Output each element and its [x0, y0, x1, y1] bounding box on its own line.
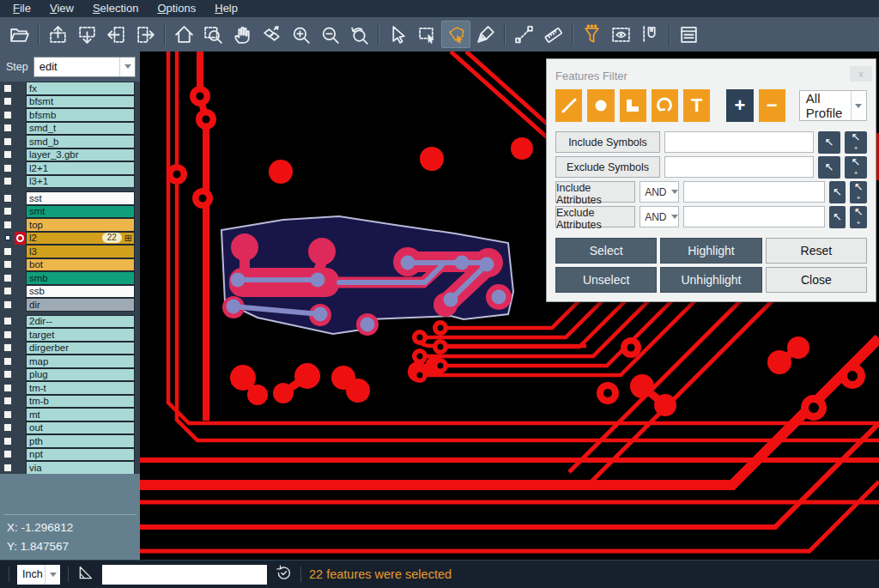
menu-file[interactable]: File: [3, 0, 40, 17]
pan-hand-icon[interactable]: [227, 21, 257, 48]
select-brush-icon[interactable]: [470, 21, 500, 48]
menu-options[interactable]: Options: [148, 0, 205, 17]
close-icon[interactable]: x: [850, 66, 872, 82]
layer-row[interactable]: layer_3.gbr: [0, 149, 140, 162]
snap-angle-icon[interactable]: [76, 564, 94, 585]
include-logic-select[interactable]: AND: [640, 181, 678, 203]
reset-button[interactable]: Reset: [766, 238, 867, 264]
measure-ruler-icon[interactable]: [538, 21, 567, 48]
menu-help[interactable]: Help: [205, 0, 247, 17]
exclude-attributes-input[interactable]: [683, 206, 825, 227]
pick-add-symbol-button[interactable]: ↖+: [845, 156, 867, 179]
pick-attribute-button[interactable]: ↖: [829, 181, 846, 203]
zoom-window-icon[interactable]: [198, 21, 227, 48]
chevron-down-icon[interactable]: [45, 565, 60, 585]
layer-checkbox[interactable]: [3, 300, 12, 309]
layer-panel-icon[interactable]: [674, 21, 703, 48]
select-pointer-icon[interactable]: [383, 21, 412, 48]
profile-select[interactable]: All Profile: [799, 90, 867, 121]
layer-checkbox[interactable]: [3, 137, 12, 146]
layer-row[interactable]: ssb: [0, 285, 140, 299]
layer-checkbox[interactable]: [3, 177, 12, 185]
line-type-button[interactable]: [555, 89, 582, 122]
include-attributes-input[interactable]: [683, 181, 825, 203]
zoom-selection-icon[interactable]: [257, 21, 286, 48]
layer-row[interactable]: smb: [0, 271, 140, 285]
load-left-icon[interactable]: [101, 21, 130, 48]
unhighlight-button[interactable]: Unhighlight: [660, 267, 761, 293]
layer-checkbox[interactable]: [3, 150, 12, 159]
load-top-icon[interactable]: [43, 21, 72, 48]
layer-row[interactable]: l3+1: [0, 175, 140, 189]
select-polygon-icon[interactable]: [441, 21, 470, 48]
remove-filter-button[interactable]: −: [759, 89, 785, 122]
layer-checkbox[interactable]: [3, 274, 12, 282]
include-symbols-input[interactable]: [664, 131, 814, 153]
unselect-button[interactable]: Unselect: [555, 267, 657, 293]
sync-icon[interactable]: [275, 564, 293, 585]
layer-checkbox[interactable]: [3, 464, 12, 472]
layer-row[interactable]: mt: [0, 408, 140, 421]
select-button[interactable]: Select: [555, 238, 657, 264]
layer-row[interactable]: sst: [0, 191, 140, 205]
layer-row[interactable]: fx: [0, 82, 140, 95]
exclude-symbols-button[interactable]: Exclude Symbols: [555, 156, 660, 178]
pick-symbol-button[interactable]: ↖: [818, 156, 840, 179]
exclude-attributes-button[interactable]: Exclude Attributes: [555, 206, 635, 227]
snap-magnet-icon[interactable]: [635, 21, 664, 48]
show-selection-icon[interactable]: [606, 21, 635, 48]
layer-checkbox[interactable]: [3, 437, 12, 446]
pick-add-attribute-button[interactable]: ↖+: [850, 206, 867, 228]
units-select[interactable]: Inch: [17, 565, 60, 585]
layer-checkbox[interactable]: [3, 410, 12, 419]
layer-row[interactable]: plug: [0, 368, 140, 382]
layer-checkbox-checked[interactable]: [3, 233, 12, 242]
layer-checkbox[interactable]: [3, 164, 12, 173]
layer-row[interactable]: smd_t: [0, 122, 140, 136]
layer-row[interactable]: tm-t: [0, 381, 140, 395]
layer-row[interactable]: pth: [0, 434, 140, 448]
menu-selection[interactable]: Selection: [83, 0, 148, 17]
layer-checkbox[interactable]: [3, 207, 12, 215]
layer-row[interactable]: top: [0, 218, 140, 232]
pad-type-button[interactable]: [587, 89, 614, 122]
pick-attribute-button[interactable]: ↖: [829, 206, 846, 228]
layer-checkbox[interactable]: [3, 247, 12, 256]
chevron-down-icon[interactable]: [851, 91, 866, 120]
layer-row[interactable]: bfsmb: [0, 108, 140, 122]
layer-row[interactable]: via: [0, 461, 140, 475]
zoom-previous-icon[interactable]: [344, 21, 373, 48]
surface-type-button[interactable]: [620, 89, 646, 122]
exclude-symbols-input[interactable]: [664, 156, 814, 178]
home-view-icon[interactable]: [169, 21, 198, 48]
pick-symbol-button[interactable]: ↖: [818, 131, 840, 154]
layer-checkbox[interactable]: [3, 397, 12, 405]
layer-row[interactable]: bot: [0, 258, 140, 272]
include-attributes-button[interactable]: Include Attributes: [555, 181, 635, 203]
load-bottom-icon[interactable]: [72, 21, 101, 48]
grid-icon[interactable]: ⊞: [124, 233, 132, 242]
layer-row[interactable]: bfsmt: [0, 95, 140, 109]
highlight-button[interactable]: Highlight: [660, 238, 761, 264]
add-filter-button[interactable]: +: [726, 89, 753, 122]
text-type-button[interactable]: T: [683, 89, 710, 122]
layer-row[interactable]: smd_b: [0, 135, 140, 149]
close-button[interactable]: Close: [766, 267, 867, 293]
features-filter-icon[interactable]: [577, 21, 606, 48]
layer-row[interactable]: l3: [0, 245, 140, 258]
layer-row[interactable]: smt: [0, 205, 140, 219]
measure-line-icon[interactable]: [509, 21, 538, 48]
layer-checkbox[interactable]: [3, 370, 12, 379]
menu-view[interactable]: View: [40, 0, 83, 17]
layer-checkbox[interactable]: [3, 221, 12, 229]
layer-checkbox[interactable]: [3, 84, 12, 93]
layer-checkbox[interactable]: [3, 111, 12, 119]
layer-checkbox[interactable]: [3, 124, 12, 132]
pick-add-attribute-button[interactable]: ↖+: [850, 181, 867, 203]
command-input[interactable]: [102, 565, 267, 585]
layer-row[interactable]: npt: [0, 448, 140, 462]
chevron-down-icon[interactable]: [119, 58, 135, 76]
zoom-in-icon[interactable]: [286, 21, 315, 48]
layer-checkbox[interactable]: [3, 194, 12, 203]
layer-checkbox[interactable]: [3, 423, 12, 432]
